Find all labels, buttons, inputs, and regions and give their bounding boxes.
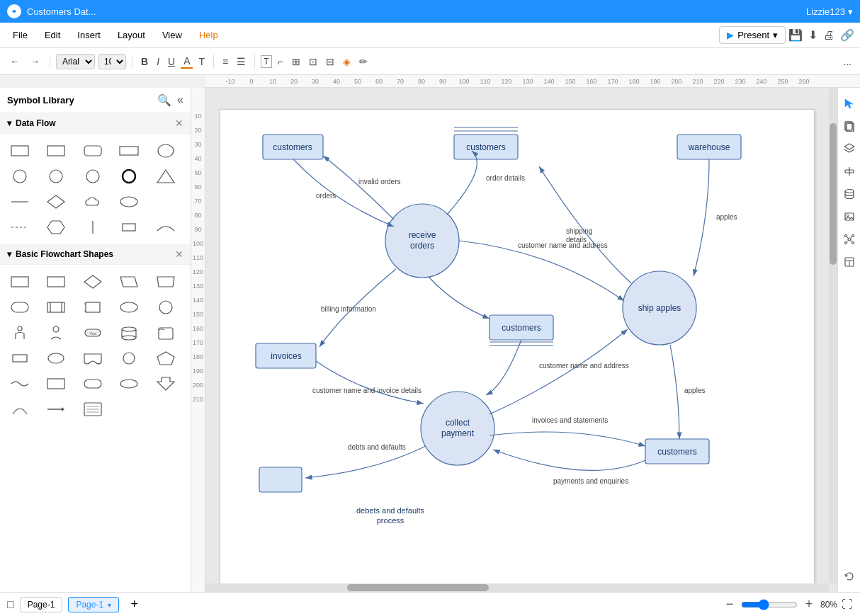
fc-rect[interactable]	[6, 270, 34, 293]
more-options-button[interactable]: ...	[840, 55, 854, 69]
pen-button[interactable]: ✏	[356, 55, 370, 69]
page-tab-active[interactable]: Page-1 ▾	[68, 597, 119, 612]
fullscreen-button[interactable]: ⛶	[842, 598, 853, 611]
fc-wavy[interactable]	[6, 372, 34, 395]
fc-rect-2[interactable]	[42, 270, 70, 293]
shape-rect-2[interactable]	[42, 139, 70, 162]
network-icon[interactable]	[839, 229, 859, 249]
zoom-in-button[interactable]: +	[802, 598, 816, 612]
fc-arc[interactable]	[6, 398, 34, 421]
present-button[interactable]: ▶ Present ▾	[719, 26, 786, 44]
fc-pentagon[interactable]	[152, 347, 180, 370]
fc-person-2[interactable]	[42, 321, 70, 344]
image-icon[interactable]	[839, 207, 859, 227]
format-icon[interactable]	[839, 161, 859, 181]
add-page-button[interactable]: +	[125, 597, 144, 612]
redo-button[interactable]: →	[26, 54, 44, 69]
group-button[interactable]: ⊟	[323, 55, 337, 69]
zoom-out-button[interactable]: −	[723, 598, 737, 612]
fc-tape[interactable]	[79, 347, 107, 370]
italic-button[interactable]: I	[154, 55, 162, 69]
fc-arrow-down[interactable]	[152, 372, 180, 395]
connector-button[interactable]: ⌐	[275, 55, 286, 69]
zoom-slider[interactable]	[741, 599, 798, 610]
fc-parallelogram[interactable]	[115, 270, 143, 293]
fc-rect-dbl[interactable]	[42, 296, 70, 319]
shape-curve[interactable]	[152, 216, 180, 239]
menu-help[interactable]: Help	[192, 27, 225, 43]
fc-arrow-right[interactable]	[42, 398, 70, 421]
menu-edit[interactable]: Edit	[38, 27, 67, 43]
fc-diamond[interactable]	[79, 270, 107, 293]
text-highlight-button[interactable]: T	[196, 55, 208, 69]
font-size-select[interactable]: 10 12 14 16	[98, 54, 126, 69]
align-left-button[interactable]: ≡	[220, 55, 231, 69]
shape-rect-rounded[interactable]	[79, 139, 107, 162]
shape-triangle[interactable]	[152, 165, 180, 188]
section-close-icon[interactable]: ✕	[175, 118, 183, 129]
shape-circle-2[interactable]	[6, 165, 34, 188]
shape-line-v[interactable]	[79, 216, 107, 239]
shape-rect-1[interactable]	[6, 139, 34, 162]
fill-color-button[interactable]: ◈	[340, 55, 353, 69]
underline-button[interactable]: U	[165, 55, 178, 69]
share-icon[interactable]: 🔗	[840, 28, 854, 42]
shape-diamond[interactable]	[42, 190, 70, 213]
fc-rounded-btn[interactable]: Yes	[79, 321, 107, 344]
menu-insert[interactable]: Insert	[70, 27, 108, 43]
shape-circle-1[interactable]	[152, 139, 180, 162]
undo-button[interactable]: ←	[6, 54, 23, 69]
h-scrollbar[interactable]	[205, 583, 829, 592]
fc-oval[interactable]	[42, 347, 70, 370]
shape-circle-3[interactable]	[42, 165, 70, 188]
fc-trapezoid[interactable]	[152, 270, 180, 293]
shape-circle-bold[interactable]	[115, 165, 143, 188]
fc-stadium[interactable]	[6, 296, 34, 319]
search-icon[interactable]: 🔍	[157, 93, 171, 107]
fc-stadium-2[interactable]	[79, 372, 107, 395]
save-icon[interactable]: 💾	[788, 28, 803, 42]
menu-layout[interactable]: Layout	[111, 27, 152, 43]
download-icon[interactable]: ⬇	[808, 28, 817, 42]
template-icon[interactable]	[839, 252, 859, 272]
shape-line-diag[interactable]	[6, 216, 34, 239]
basic-flowchart-section-header[interactable]: ▾ Basic Flowchart Shapes ✕	[0, 244, 191, 265]
text-box-button[interactable]: T	[261, 55, 271, 68]
shape-rect-wide[interactable]	[115, 139, 143, 162]
menu-view[interactable]: View	[155, 27, 189, 43]
fc-note[interactable]	[79, 398, 107, 421]
fc-scroll[interactable]	[152, 321, 180, 344]
data-flow-section-header[interactable]: ▾ Data Flow ✕	[0, 113, 191, 134]
shape-line-h[interactable]	[6, 190, 34, 213]
fc-circle[interactable]	[152, 296, 180, 319]
fc-ellipse-2[interactable]	[115, 372, 143, 395]
canvas-area[interactable]: 10 20 30 40 50 60 70 80 90 100 110 120 1…	[191, 88, 837, 592]
fc-cylinder[interactable]	[115, 321, 143, 344]
fc-rect-sm2[interactable]	[6, 347, 34, 370]
fc-circle-2[interactable]	[115, 347, 143, 370]
page-tab-inactive[interactable]: Page-1	[20, 597, 63, 612]
align-center-button[interactable]: ☰	[234, 55, 249, 69]
font-family-select[interactable]: Arial	[56, 54, 95, 69]
debts-rect[interactable]	[259, 467, 302, 492]
fc-ellipse[interactable]	[115, 296, 143, 319]
cursor-tool-icon[interactable]	[839, 93, 859, 113]
database-icon[interactable]	[839, 184, 859, 204]
layers-icon[interactable]	[839, 139, 859, 159]
bold-button[interactable]: B	[138, 55, 151, 69]
fc-rect-lines[interactable]	[79, 296, 107, 319]
fc-person[interactable]	[6, 321, 34, 344]
diagram-page[interactable]: customers customers warehouse receive	[220, 109, 815, 583]
shape-hex[interactable]	[42, 216, 70, 239]
flowchart-section-close-icon[interactable]: ✕	[175, 249, 183, 260]
pages-icon[interactable]	[839, 116, 859, 136]
shape-ellipse[interactable]	[115, 190, 143, 213]
print-icon[interactable]: 🖨	[823, 29, 834, 42]
shape-rect-sm[interactable]	[115, 216, 143, 239]
table-button[interactable]: ⊞	[289, 55, 303, 69]
fc-rect-3[interactable]	[42, 372, 70, 395]
shape-insert-button[interactable]: ⊡	[306, 55, 320, 69]
shape-cloud[interactable]	[79, 190, 107, 213]
shape-circle-4[interactable]	[79, 165, 107, 188]
menu-file[interactable]: File	[6, 27, 35, 43]
